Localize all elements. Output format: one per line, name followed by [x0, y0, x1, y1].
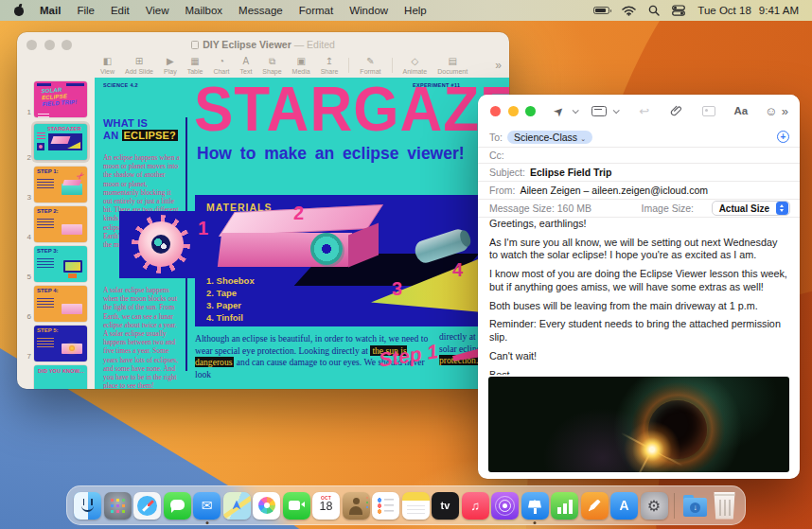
sun-illustration[interactable]: [119, 211, 201, 278]
menu-help[interactable]: Help: [404, 5, 427, 16]
dock-trash-icon[interactable]: [711, 492, 738, 520]
slide-thumbnail-row-5[interactable]: 5 STEP 3:: [17, 246, 95, 282]
slide-paragraph-2[interactable]: A solar eclipse happens when the moon bl…: [103, 286, 181, 389]
format-button[interactable]: ✎Format: [360, 57, 380, 75]
eclipse-photo-attachment[interactable]: [488, 377, 789, 472]
document-sidebar-icon: ▤: [448, 57, 456, 67]
menu-file[interactable]: File: [77, 5, 95, 16]
insert-photo-button[interactable]: [698, 101, 719, 120]
control-center-icon[interactable]: [672, 5, 685, 16]
menu-mail[interactable]: Mail: [40, 5, 61, 16]
format-text-button[interactable]: Aa: [731, 101, 751, 120]
add-slide-button[interactable]: ⊞Add Slide: [125, 57, 153, 75]
dock-appstore-icon[interactable]: A: [610, 492, 638, 520]
share-button[interactable]: ↥Share: [321, 57, 339, 75]
view-button[interactable]: ◧View: [100, 57, 115, 75]
dock-finder-icon[interactable]: [74, 492, 101, 520]
battery-icon[interactable]: [593, 7, 609, 15]
slide-thumbnail-row-6[interactable]: 6 STEP 4:: [17, 286, 95, 322]
dock-reminders-icon[interactable]: [372, 492, 399, 520]
slide-thumbnail-row-8[interactable]: DID YOU KNOW...: [17, 365, 95, 389]
slide-canvas[interactable]: SCIENCE 4.2 EXPERIMENT #11 WHAT IS AN EC…: [95, 78, 509, 389]
dock-facetime-icon[interactable]: [283, 492, 310, 520]
apple-menu-icon[interactable]: [14, 5, 25, 16]
toolbar-overflow-chevron[interactable]: »: [495, 59, 502, 72]
slide-title[interactable]: STARGAZER: [194, 78, 509, 145]
slide-thumbnail-3[interactable]: STEP 1: ✂: [34, 167, 87, 203]
mail-zoom-button[interactable]: [525, 106, 536, 116]
keynote-titlebar[interactable]: DIY Eclipse Viewer — Edited: [17, 32, 509, 51]
dock-keynote-icon[interactable]: [521, 492, 549, 520]
slide-thumbnail-row-3[interactable]: 3 STEP 1: ✂: [17, 167, 95, 203]
menu-view[interactable]: View: [146, 5, 169, 16]
dock-music-icon[interactable]: ♫: [462, 492, 489, 520]
media-button[interactable]: ▣Media: [292, 57, 310, 75]
subject-field[interactable]: Subject: Eclipse Field Trip: [478, 164, 800, 182]
slide-thumbnail-row-4[interactable]: 4 STEP 2:: [17, 206, 95, 242]
slide-heading[interactable]: WHAT IS AN ECLIPSE?: [103, 117, 178, 142]
slide-thumbnail-8[interactable]: DID YOU KNOW...: [34, 365, 87, 389]
slide-thumbnail-row-7[interactable]: 7 STEP 5:: [17, 326, 95, 361]
dock-podcasts-icon[interactable]: [491, 492, 519, 520]
from-field[interactable]: From: Aileen Zeigen – aileen.zeigen@iclo…: [478, 182, 800, 200]
attach-button[interactable]: [666, 101, 687, 120]
body-paragraph: Reminder: Every student needs to bring t…: [489, 318, 788, 344]
slide-thumbnail-5[interactable]: STEP 3:: [34, 246, 87, 282]
menu-time[interactable]: 9:41 AM: [759, 5, 799, 16]
slide-thumbnail-row-2[interactable]: 2 STARGAZER: [17, 121, 95, 163]
image-size-dropdown[interactable]: Actual Size: [712, 201, 790, 216]
header-fields-button[interactable]: [590, 101, 609, 120]
mail-toolbar-overflow[interactable]: »: [782, 101, 788, 120]
chart-button[interactable]: ◔Chart: [213, 57, 229, 75]
menu-window[interactable]: Window: [349, 5, 388, 16]
shape-button[interactable]: ⧉Shape: [262, 57, 281, 75]
menu-message[interactable]: Message: [238, 5, 283, 16]
cc-field[interactable]: Cc:: [478, 148, 800, 164]
dock-mail-icon[interactable]: ✉: [193, 492, 221, 520]
message-body[interactable]: Greetings, earthlings! As I'm sure you a…: [489, 218, 788, 375]
dock-safari-icon[interactable]: [133, 492, 161, 520]
slide-thumbnail-row-1[interactable]: 1 SOLAR ECLIPSE FIELD TRIP!: [17, 81, 95, 117]
slide-thumbnail-1[interactable]: SOLAR ECLIPSE FIELD TRIP!: [34, 81, 87, 117]
document-button[interactable]: ▤Document: [437, 57, 468, 75]
dock-pages-icon[interactable]: [581, 492, 609, 520]
text-button[interactable]: AText: [240, 57, 253, 75]
science-tag[interactable]: SCIENCE 4.2: [103, 82, 138, 88]
dock-contacts-icon[interactable]: [343, 492, 370, 520]
menu-format[interactable]: Format: [299, 5, 333, 16]
mail-minimize-button[interactable]: [508, 106, 519, 116]
dock-settings-icon[interactable]: ⚙: [641, 492, 668, 520]
materials-box[interactable]: MATERIALS 1 2 3 4 1. Shoebox 2. Tape 3. …: [195, 195, 486, 326]
menu-date[interactable]: Tue Oct 18: [697, 5, 750, 16]
to-field[interactable]: To: Science-Class⌄ +: [478, 127, 800, 148]
emoji-button[interactable]: ☺: [761, 101, 782, 120]
slide-thumbnail-6[interactable]: STEP 4:: [34, 286, 87, 322]
dock-tv-icon[interactable]: tv: [432, 492, 459, 520]
dock-notes-icon[interactable]: [402, 492, 430, 520]
send-options-chevron[interactable]: [568, 101, 582, 120]
table-button[interactable]: ▦Table: [187, 57, 203, 75]
search-icon[interactable]: [648, 5, 660, 16]
dock-downloads-icon[interactable]: ↓: [681, 492, 709, 520]
animate-button[interactable]: ◇Animate: [403, 57, 428, 75]
tape-roll-icon: [310, 233, 343, 265]
slide-thumbnail-4[interactable]: STEP 2:: [34, 206, 87, 242]
dock-calendar-icon[interactable]: OCT18: [312, 492, 340, 520]
dock-photos-icon[interactable]: [253, 492, 280, 520]
slide-thumbnail-7[interactable]: STEP 5:: [34, 326, 87, 361]
wifi-icon[interactable]: [622, 6, 636, 16]
send-button[interactable]: ➤: [549, 101, 568, 120]
menu-mailbox[interactable]: Mailbox: [185, 5, 222, 16]
slide-thumbnail-2[interactable]: STARGAZER: [34, 124, 87, 160]
dock-messages-icon[interactable]: [164, 492, 191, 520]
play-button[interactable]: ▶Play: [164, 57, 177, 75]
dock-numbers-icon[interactable]: [551, 492, 578, 520]
menu-edit[interactable]: Edit: [111, 5, 130, 16]
to-recipient-token[interactable]: Science-Class⌄: [507, 131, 592, 144]
dock-maps-icon[interactable]: [223, 492, 251, 520]
dock-launchpad-icon[interactable]: [104, 492, 132, 520]
add-recipient-button[interactable]: +: [777, 131, 789, 143]
mail-close-button[interactable]: [490, 106, 501, 116]
slide-subtitle[interactable]: How to make an eclipse viewer!: [197, 144, 465, 164]
header-fields-chevron[interactable]: [609, 101, 623, 120]
